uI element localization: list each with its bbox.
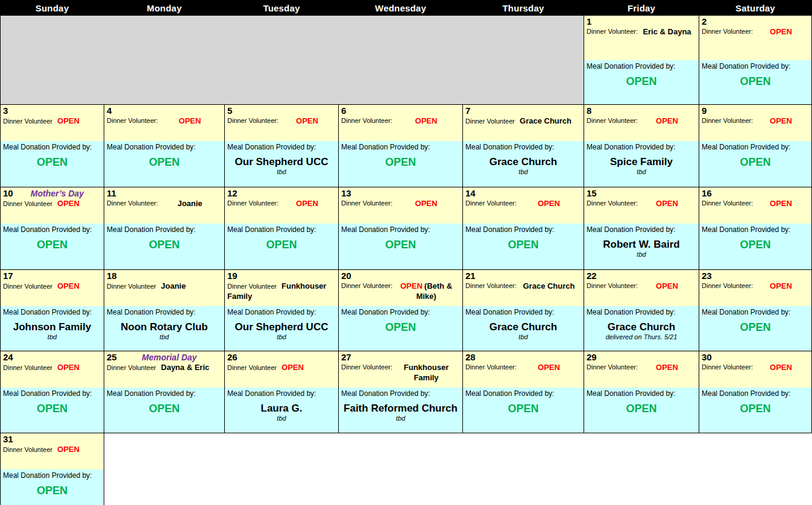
dinner-volunteer-value-wrap: OPEN bbox=[57, 118, 80, 125]
meal-donation-label: Meal Donation Provided by: bbox=[3, 143, 101, 152]
dinner-volunteer-line: Dinner Volunteer: Funkhouser Family bbox=[341, 363, 460, 383]
dinner-volunteer-value-wrap: Dayna & Eric bbox=[161, 364, 209, 371]
dinner-volunteer-label: Dinner Volunteer: bbox=[587, 27, 638, 37]
calendar-day-cell[interactable]: 26 Dinner Volunteer OPEN Meal Donation P… bbox=[225, 351, 338, 433]
calendar-day-cell[interactable]: 12 Dinner Volunteer: OPEN Meal Donation … bbox=[225, 187, 338, 269]
calendar-day-cell[interactable]: 14 Dinner Volunteer: OPEN Meal Donation … bbox=[463, 187, 584, 269]
calendar-day-cell[interactable]: 3 Dinner Volunteer OPEN Meal Donation Pr… bbox=[1, 105, 104, 187]
empty-cell bbox=[104, 433, 224, 505]
volunteer-section: 27 Dinner Volunteer: Funkhouser Family bbox=[339, 351, 462, 387]
meal-donation-label: Meal Donation Provided by: bbox=[341, 225, 460, 234]
dinner-volunteer-value: Funkhouser Family bbox=[404, 363, 448, 382]
meal-donation-section: Meal Donation Provided by: OPEN bbox=[699, 141, 811, 187]
meal-donation-value: OPEN bbox=[702, 321, 809, 334]
calendar-day-cell[interactable]: 30 Dinner Volunteer: OPEN Meal Donation … bbox=[699, 351, 811, 433]
dinner-volunteer-value-wrap: OPEN bbox=[753, 281, 809, 292]
meal-donation-value: Faith Reformed Church bbox=[341, 403, 460, 415]
dinner-volunteer-line: Dinner Volunteer: OPEN bbox=[702, 281, 809, 292]
weekday-header-saturday: Saturday bbox=[699, 0, 811, 16]
day-number: 22 bbox=[587, 271, 597, 281]
meal-donation-note: tbd bbox=[341, 415, 460, 422]
day-number: 27 bbox=[341, 352, 351, 362]
calendar-day-cell[interactable]: 28 Dinner Volunteer: OPEN Meal Donation … bbox=[463, 351, 584, 433]
day-number: 25 bbox=[107, 352, 117, 362]
calendar-day-cell[interactable]: 6 Dinner Volunteer: OPEN Meal Donation P… bbox=[339, 105, 462, 187]
dinner-volunteer-value-wrap: OPEN bbox=[392, 199, 460, 209]
volunteer-section: 4 Dinner Volunteer: OPEN bbox=[104, 105, 224, 141]
volunteer-section: 29 Dinner Volunteer: OPEN bbox=[584, 351, 699, 387]
calendar-day-cell[interactable]: 24 Dinner Volunteer OPEN Meal Donation P… bbox=[1, 351, 104, 433]
meal-donation-note: tbd bbox=[587, 168, 696, 176]
dinner-volunteer-value-wrap: OPEN bbox=[57, 200, 80, 207]
calendar-day-cell[interactable]: 9 Dinner Volunteer: OPEN Meal Donation P… bbox=[699, 105, 811, 187]
meal-donation-label: Meal Donation Provided by: bbox=[341, 308, 460, 317]
volunteer-section: 11 Dinner Volunteer: Joanie bbox=[104, 187, 224, 224]
dinner-volunteer-line: Dinner Volunteer Grace Church bbox=[465, 116, 581, 127]
day-header: 3 bbox=[3, 105, 101, 116]
meal-donation-label: Meal Donation Provided by: bbox=[702, 62, 809, 71]
calendar-day-cell[interactable]: 23 Dinner Volunteer: OPEN Meal Donation … bbox=[699, 270, 811, 351]
calendar-day-cell[interactable]: 22 Dinner Volunteer: OPEN Meal Donation … bbox=[584, 270, 699, 351]
dinner-volunteer-line: Dinner Volunteer: OPEN bbox=[587, 363, 696, 373]
volunteer-section: 13 Dinner Volunteer: OPEN bbox=[339, 187, 462, 224]
meal-donation-label: Meal Donation Provided by: bbox=[465, 308, 581, 317]
calendar-day-cell[interactable]: 4 Dinner Volunteer: OPEN Meal Donation P… bbox=[104, 105, 224, 187]
dinner-volunteer-value-wrap: Funkhouser Family bbox=[392, 363, 460, 383]
meal-donation-note: tbd bbox=[465, 333, 581, 341]
calendar-day-cell[interactable]: 7 Dinner Volunteer Grace Church Meal Don… bbox=[463, 105, 584, 187]
dinner-volunteer-value-wrap: Joanie bbox=[158, 199, 222, 209]
calendar-day-cell[interactable]: 27 Dinner Volunteer: Funkhouser Family M… bbox=[339, 351, 462, 433]
meal-donation-label: Meal Donation Provided by: bbox=[587, 308, 696, 317]
dinner-volunteer-value: Dayna & Eric bbox=[161, 363, 209, 372]
calendar-day-cell[interactable]: 19 Dinner Volunteer Funkhouser Family Me… bbox=[225, 270, 338, 351]
calendar-day-cell[interactable]: 10 Mother’s Day Dinner Volunteer OPEN Me… bbox=[1, 187, 104, 269]
dinner-volunteer-value-wrap: OPEN bbox=[638, 281, 696, 292]
dinner-volunteer-value-wrap: OPEN bbox=[517, 363, 581, 373]
calendar-day-cell[interactable]: 15 Dinner Volunteer: OPEN Meal Donation … bbox=[584, 187, 699, 269]
calendar-day-cell[interactable]: 18 Dinner Volunteer Joanie Meal Donation… bbox=[104, 270, 224, 351]
dinner-volunteer-line: Dinner Volunteer OPEN bbox=[3, 281, 101, 292]
calendar-day-cell[interactable]: 1 Dinner Volunteer: Eric & Dayna Meal Do… bbox=[584, 16, 699, 104]
meal-donation-section: Meal Donation Provided by: OPEN bbox=[1, 141, 104, 187]
calendar-day-cell[interactable]: 8 Dinner Volunteer: OPEN Meal Donation P… bbox=[584, 105, 699, 187]
meal-volunteer-calendar: SundayMondayTuesdayWednesdayThursdayFrid… bbox=[0, 0, 812, 505]
weekday-header-tuesday: Tuesday bbox=[225, 0, 338, 16]
meal-donation-section: Meal Donation Provided by: Johnson Famil… bbox=[1, 306, 104, 351]
day-header: 14 bbox=[465, 188, 581, 198]
dinner-volunteer-value-wrap: OPEN bbox=[158, 116, 222, 127]
week-row-5: 24 Dinner Volunteer OPEN Meal Donation P… bbox=[0, 351, 812, 433]
meal-donation-label: Meal Donation Provided by: bbox=[3, 471, 101, 480]
dinner-volunteer-value-wrap: OPEN bbox=[57, 364, 80, 371]
calendar-day-cell[interactable]: 17 Dinner Volunteer OPEN Meal Donation P… bbox=[1, 270, 104, 351]
volunteer-section: 9 Dinner Volunteer: OPEN bbox=[699, 105, 811, 141]
calendar-day-cell[interactable]: 5 Dinner Volunteer: OPEN Meal Donation P… bbox=[225, 105, 338, 187]
calendar-day-cell[interactable]: 31 Dinner Volunteer OPEN Meal Donation P… bbox=[1, 433, 104, 505]
dinner-volunteer-label: Dinner Volunteer: bbox=[702, 363, 753, 373]
dinner-volunteer-value: OPEN bbox=[296, 116, 318, 125]
dinner-volunteer-label: Dinner Volunteer bbox=[3, 446, 52, 453]
calendar-day-cell[interactable]: 11 Dinner Volunteer: Joanie Meal Donatio… bbox=[104, 187, 224, 269]
dinner-volunteer-line: Dinner Volunteer Joanie bbox=[107, 281, 222, 292]
calendar-day-cell[interactable]: 20 Dinner Volunteer: OPEN (Beth & Mike) … bbox=[339, 270, 462, 351]
day-number: 16 bbox=[702, 188, 712, 198]
dinner-volunteer-label: Dinner Volunteer: bbox=[702, 281, 753, 292]
volunteer-section: 21 Dinner Volunteer: Grace Church bbox=[463, 270, 584, 306]
calendar-day-cell[interactable]: 29 Dinner Volunteer: OPEN Meal Donation … bbox=[584, 351, 699, 433]
day-header: 30 bbox=[702, 352, 809, 362]
calendar-day-cell[interactable]: 16 Dinner Volunteer: OPEN Meal Donation … bbox=[699, 187, 811, 269]
dinner-volunteer-value-wrap: OPEN bbox=[392, 116, 460, 127]
day-header: 20 bbox=[341, 271, 460, 281]
day-header: 19 bbox=[227, 271, 336, 281]
meal-donation-section: Meal Donation Provided by: OPEN bbox=[699, 224, 811, 269]
calendar-day-cell[interactable]: 2 Dinner Volunteer: OPEN Meal Donation P… bbox=[699, 16, 811, 104]
day-header: 31 bbox=[3, 434, 101, 444]
calendar-day-cell[interactable]: 25 Memorial Day Dinner Volunteer Dayna &… bbox=[104, 351, 224, 433]
calendar-day-cell[interactable]: 21 Dinner Volunteer: Grace Church Meal D… bbox=[463, 270, 584, 351]
dinner-volunteer-value: OPEN bbox=[57, 199, 80, 208]
meal-donation-value: OPEN bbox=[3, 403, 101, 415]
day-number: 12 bbox=[227, 188, 238, 198]
dinner-volunteer-value-wrap: OPEN bbox=[57, 446, 80, 453]
meal-donation-section: Meal Donation Provided by: Faith Reforme… bbox=[339, 387, 462, 433]
calendar-day-cell[interactable]: 13 Dinner Volunteer: OPEN Meal Donation … bbox=[339, 187, 462, 269]
meal-donation-label: Meal Donation Provided by: bbox=[587, 389, 696, 398]
